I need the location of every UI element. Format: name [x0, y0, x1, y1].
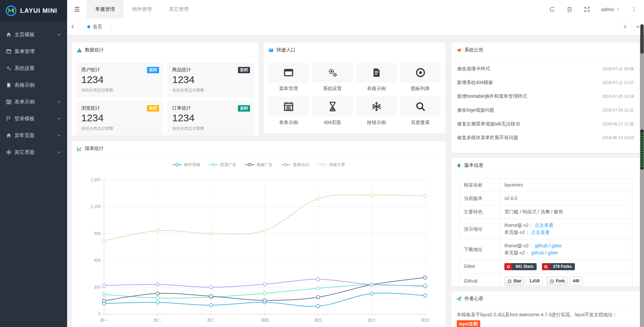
sidebar-item-home-template[interactable]: 主页模板 [0, 26, 67, 43]
header-nav-0[interactable]: 常规管理 [87, 0, 123, 18]
quick-entry-button-demo[interactable]: 按钮示例 [356, 96, 397, 126]
sidebar-item-other-ui[interactable]: 其它界面 [0, 144, 67, 161]
stats-card-header: 数据统计 [72, 43, 259, 58]
version-link-line: 单页版-v2： 点击查看 [504, 229, 627, 236]
tab-scroll-right-button[interactable] [618, 18, 631, 35]
link-点击查看[interactable]: 点击查看 [535, 222, 553, 228]
refresh-icon[interactable] [549, 6, 555, 12]
legend-item-2[interactable]: 视频广告 [245, 162, 273, 168]
flag-icon [6, 116, 11, 121]
quick-entry-label: 系统设置 [312, 86, 353, 92]
stat-box-3: 订单统计1234当前分类总记录数实时 [167, 101, 254, 136]
gitee-badge[interactable]: G278 Forks [542, 263, 575, 270]
version-row-value: iframe版-v2： 点击查看单页版-v2： 点击查看 [500, 219, 632, 239]
quick-entry-icon-box [356, 96, 397, 117]
tab-scroll-left-button[interactable] [67, 18, 79, 35]
username: admin [601, 7, 614, 12]
logo[interactable]: LAYUI MINI [0, 0, 67, 22]
stat-value: 1234 [172, 74, 249, 85]
stat-box-1: 商品统计1234当前分类总记录数实时 [167, 63, 254, 98]
github-button-label: Fork [556, 278, 564, 285]
layui-doc-badge[interactable]: layui文档 [457, 320, 480, 327]
header-nav-1[interactable]: 组件管理 [123, 0, 160, 18]
legend-item-3[interactable]: 直接访问 [281, 162, 309, 168]
fullscreen-icon[interactable] [584, 6, 590, 12]
sidebar-item-error-pages[interactable]: 异常页面 [0, 127, 67, 144]
notice-text: 修复多模块菜单栏展开有问题 [457, 135, 518, 141]
link-github[interactable]: github [535, 243, 547, 248]
version-table-wrap: 框架名称layuimini当前版本v2.0.0主要特色零门槛 / 响应式 / 清… [451, 173, 640, 286]
sidebar-menu: 主页模板菜单管理系统设置表格示例表单示例登录模板异常页面其它界面 [0, 22, 67, 161]
legend-marker [317, 163, 327, 167]
header-nav-2[interactable]: 其它管理 [160, 0, 197, 18]
chevron-down-icon [57, 100, 61, 104]
snowflake-icon [6, 150, 11, 155]
leaf-icon [456, 163, 461, 168]
logo-icon [5, 5, 17, 16]
github-star-count[interactable]: 1,419 [526, 277, 543, 286]
notice-item[interactable]: 修复左侧菜单缩放tab无法移动2019-06-17 11:55 [457, 117, 634, 131]
tab-home[interactable]: 首页 [79, 18, 111, 35]
link-github[interactable]: github [531, 250, 544, 255]
quick-card-header: 快捷入口 [263, 43, 445, 58]
sidebar-item-label: 其它界面 [14, 149, 57, 156]
version-row-Gitee: GiteeG941 StarsG278 Forks [459, 260, 632, 274]
scrollbar-thumb[interactable] [640, 129, 644, 170]
quick-entry-page-404[interactable]: 404页面 [312, 96, 353, 126]
notice-text: 新增treetable插件和菜单管理样式 [457, 93, 527, 99]
notice-item[interactable]: 修改选项卡样式2019-07-11 23:06 [457, 62, 634, 76]
quick-entry-form-demo[interactable]: 表单示例 [268, 96, 309, 126]
quick-entry-label: 表单示例 [268, 120, 309, 126]
scrollbar-track[interactable] [640, 35, 644, 327]
quick-entry-table-demo[interactable]: 表格示例 [356, 63, 397, 92]
card-title: 系统公告 [464, 47, 483, 53]
clear-cache-icon[interactable] [566, 6, 573, 12]
version-row-value: G941 StarsG278 Forks [500, 260, 632, 274]
user-menu[interactable]: admin [601, 7, 620, 12]
gitee-badge-text: 278 Forks [550, 263, 575, 270]
sidebar-item-form-demo[interactable]: 表单示例 [0, 93, 67, 110]
legend-label: 搜索引擎 [329, 162, 345, 168]
version-row-演示地址: 演示地址iframe版-v2： 点击查看单页版-v2： 点击查看 [459, 219, 632, 239]
notice-item[interactable]: 修复多模块菜单栏展开有问题2019-06-13 14:53 [457, 131, 634, 145]
notice-item[interactable]: 新增treetable插件和菜单管理样式2019-07-05 14:28 [457, 89, 634, 103]
quick-entry-icon-box [400, 96, 441, 117]
sidebar-item-system-settings[interactable]: 系统设置 [0, 60, 67, 77]
notice-item[interactable]: 修改logo缩放问题2019-07-04 11:02 [457, 103, 634, 117]
github-star-button[interactable]: Star [504, 277, 524, 286]
sidebar-item-menu-management[interactable]: 菜单管理 [0, 43, 67, 60]
quick-entry-menu-management[interactable]: 菜单管理 [268, 63, 309, 92]
github-fork-button[interactable]: Fork [547, 277, 567, 286]
link-gitee[interactable]: gitee [548, 250, 558, 255]
version-row-label: 当前版本 [459, 192, 500, 205]
version-row-主要特色: 主要特色零门槛 / 响应式 / 清爽 / 极简 [459, 205, 632, 219]
author-card: 作者心语 本模板基于layui2.5.4以及font-awesome-4.7.0… [451, 291, 640, 327]
chevron-down-icon [57, 117, 61, 121]
scrollbar-top-thumb[interactable] [640, 24, 644, 54]
sidebar-item-table-demo[interactable]: 表格示例 [0, 77, 67, 93]
legend-item-1[interactable]: 联盟广告 [208, 162, 237, 168]
logo-text: LAYUI MINI [20, 7, 57, 14]
legend-item-4[interactable]: 搜索引擎 [317, 162, 345, 168]
notice-text: 新增系统404模板 [457, 80, 493, 86]
quick-entry-icon-list[interactable]: 图标列表 [400, 63, 441, 92]
chart-legend: 邮件营销联盟广告视频广告直接访问搜索引擎 [72, 161, 445, 169]
window-icon [6, 49, 11, 54]
card-title: 作者心语 [464, 296, 483, 302]
svg-text:周三: 周三 [207, 318, 215, 323]
link-点击查看[interactable]: 点击查看 [531, 230, 550, 235]
quick-entry-system-settings[interactable]: 系统设置 [312, 63, 353, 92]
legend-item-0[interactable]: 邮件营销 [172, 162, 200, 168]
notice-item[interactable]: 新增系统404模板2019-07-11 12:57 [457, 76, 634, 89]
notice-date: 2019-06-13 14:53 [602, 135, 634, 140]
notice-text: 修改logo缩放问题 [457, 107, 494, 113]
gitee-icon: G [504, 263, 512, 270]
github-fork-count[interactable]: 440 [569, 277, 583, 286]
sidebar-item-login-template[interactable]: 登录模板 [0, 110, 67, 127]
sidebar-toggle-button[interactable] [67, 0, 87, 18]
version-row-label: Gitee [459, 260, 500, 274]
more-vertical-icon[interactable] [631, 7, 637, 12]
link-gitee[interactable]: gitee [551, 243, 561, 248]
gitee-badge[interactable]: G941 Stars [504, 263, 537, 270]
quick-entry-baidu-search[interactable]: 百度搜索 [400, 96, 441, 126]
